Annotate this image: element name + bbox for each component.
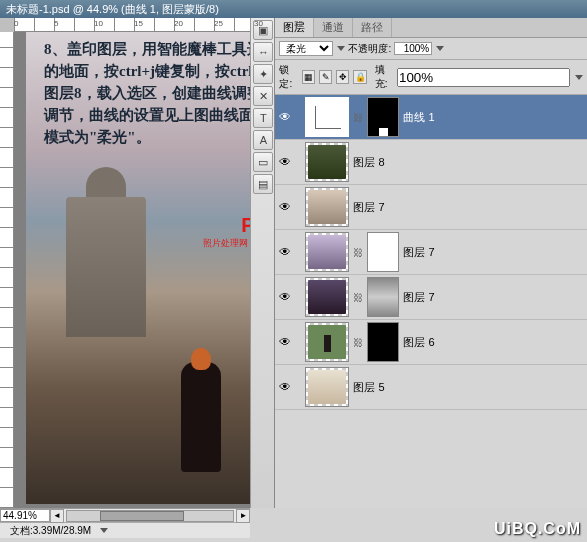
layer-name-label[interactable]: 图层 7 (403, 290, 585, 305)
scroll-right-button[interactable]: ► (236, 509, 250, 523)
ruler-tick: 35 (294, 19, 303, 28)
layer-thumbnail[interactable] (305, 142, 349, 182)
layer-mask[interactable] (367, 97, 399, 137)
document-image[interactable]: 8、盖印图层，用智能魔棒工具选取图片下方的地面，按ctrl+j键复制，按ctrl… (26, 32, 250, 504)
layer-thumbnail[interactable] (305, 187, 349, 227)
layer-thumbnail[interactable] (305, 97, 349, 137)
tool-button-2[interactable]: ✦ (253, 64, 273, 84)
link-icon[interactable]: ⛓ (353, 247, 363, 258)
lock-transparency-button[interactable]: ▦ (302, 70, 315, 84)
lock-row: 锁定: ▦ ✎ ✥ 🔒 填充: (275, 60, 587, 95)
layer-thumbnail[interactable] (305, 367, 349, 407)
tool-button-4[interactable]: T (253, 108, 273, 128)
visibility-toggle[interactable]: 👁 (277, 334, 293, 350)
tutorial-text: 8、盖印图层，用智能魔棒工具选取图片下方的地面，按ctrl+j键复制，按ctrl… (44, 38, 250, 148)
tab-路径[interactable]: 路径 (353, 18, 392, 37)
ruler-tick: 20 (174, 19, 183, 28)
visibility-toggle[interactable]: 👁 (277, 289, 293, 305)
document-titlebar: 未标题-1.psd @ 44.9% (曲线 1, 图层蒙版/8) (0, 0, 587, 18)
tool-button-1[interactable]: ↔ (253, 42, 273, 62)
opacity-menu-icon[interactable] (436, 46, 444, 51)
link-icon[interactable]: ⛓ (353, 112, 363, 123)
ruler-tick: 30 (254, 19, 263, 28)
ruler-tick: 15 (134, 19, 143, 28)
tool-button-6[interactable]: ▭ (253, 152, 273, 172)
lock-position-button[interactable]: ✥ (336, 70, 349, 84)
photops-subtitle: 照片处理网 www.photops.com (203, 237, 250, 250)
opacity-label: 不透明度: (348, 42, 391, 56)
layer-name-label[interactable]: 图层 5 (353, 380, 585, 395)
right-toolbar: ▣↔✦✕TA▭▤ (250, 18, 274, 508)
ruler-tick: 25 (214, 19, 223, 28)
person-graphic (181, 362, 221, 472)
link-icon[interactable]: ⛓ (353, 292, 363, 303)
lock-all-button[interactable]: 🔒 (353, 70, 366, 84)
status-bar: 文档:3.39M/28.9M (0, 522, 250, 538)
layer-row[interactable]: 👁图层 8 (275, 140, 587, 185)
visibility-toggle[interactable]: 👁 (277, 199, 293, 215)
layer-name-label[interactable]: 图层 6 (403, 335, 585, 350)
layer-thumbnail[interactable] (305, 232, 349, 272)
visibility-toggle[interactable]: 👁 (277, 154, 293, 170)
layer-row[interactable]: 👁图层 5 (275, 365, 587, 410)
canvas[interactable]: 8、盖印图层，用智能魔棒工具选取图片下方的地面，按ctrl+j键复制，按ctrl… (14, 32, 250, 508)
visibility-toggle[interactable]: 👁 (277, 244, 293, 260)
opacity-input[interactable] (394, 42, 432, 55)
layer-row[interactable]: 👁⛓图层 7 (275, 275, 587, 320)
tab-通道[interactable]: 通道 (314, 18, 353, 37)
ruler-tick: 10 (94, 19, 103, 28)
watermark: UiBQ.CoM (494, 520, 581, 538)
status-menu-icon[interactable] (100, 528, 108, 533)
castle-graphic (66, 197, 146, 337)
photops-logo: PhotOPS (241, 214, 250, 237)
layers-panel: 图层通道路径 柔光 不透明度: 锁定: ▦ ✎ ✥ 🔒 填充: 👁⛓曲线 1👁图… (274, 18, 587, 508)
layer-row[interactable]: 👁⛓图层 7 (275, 230, 587, 275)
zoom-input[interactable] (0, 509, 50, 522)
scroll-left-button[interactable]: ◄ (50, 509, 64, 523)
lock-pixels-button[interactable]: ✎ (319, 70, 332, 84)
title-text: 未标题-1.psd @ 44.9% (曲线 1, 图层蒙版/8) (6, 2, 219, 17)
fill-label: 填充: (375, 63, 393, 91)
bottom-bar: ◄ ► (0, 508, 250, 522)
layer-name-label[interactable]: 图层 8 (353, 155, 585, 170)
ruler-vertical[interactable] (0, 32, 14, 508)
tool-button-5[interactable]: A (253, 130, 273, 150)
fill-input[interactable] (397, 68, 570, 87)
layer-name-label[interactable]: 图层 7 (403, 245, 585, 260)
layer-name-label[interactable]: 图层 7 (353, 200, 585, 215)
ruler-horizontal[interactable]: 05101520253035 (14, 18, 250, 32)
layer-name-label[interactable]: 曲线 1 (403, 110, 585, 125)
lock-label: 锁定: (279, 63, 297, 91)
blend-row: 柔光 不透明度: (275, 38, 587, 60)
canvas-area: 05101520253035 8、盖印图层，用智能魔棒工具选取图片下方的地面，按… (0, 18, 250, 508)
layer-mask[interactable] (367, 277, 399, 317)
link-icon[interactable]: ⛓ (353, 337, 363, 348)
layer-mask[interactable] (367, 322, 399, 362)
scrollbar-thumb[interactable] (100, 511, 183, 521)
layer-mask[interactable] (367, 232, 399, 272)
layers-list[interactable]: 👁⛓曲线 1👁图层 8👁图层 7👁⛓图层 7👁⛓图层 7👁⛓图层 6👁图层 5 (275, 95, 587, 508)
tool-button-3[interactable]: ✕ (253, 86, 273, 106)
ruler-tick: 5 (54, 19, 58, 28)
layer-row[interactable]: 👁图层 7 (275, 185, 587, 230)
visibility-toggle[interactable]: 👁 (277, 379, 293, 395)
ruler-tick: 0 (14, 19, 18, 28)
layer-row[interactable]: 👁⛓图层 6 (275, 320, 587, 365)
tool-button-7[interactable]: ▤ (253, 174, 273, 194)
doc-info: 文档:3.39M/28.9M (10, 524, 91, 538)
panel-tabs: 图层通道路径 (275, 18, 587, 38)
scrollbar-horizontal[interactable] (66, 510, 234, 522)
fill-menu-icon[interactable] (575, 75, 583, 80)
dropdown-icon[interactable] (337, 46, 345, 51)
layer-thumbnail[interactable] (305, 277, 349, 317)
layer-row[interactable]: 👁⛓曲线 1 (275, 95, 587, 140)
visibility-toggle[interactable]: 👁 (277, 109, 293, 125)
blend-mode-select[interactable]: 柔光 (279, 41, 333, 56)
layer-thumbnail[interactable] (305, 322, 349, 362)
